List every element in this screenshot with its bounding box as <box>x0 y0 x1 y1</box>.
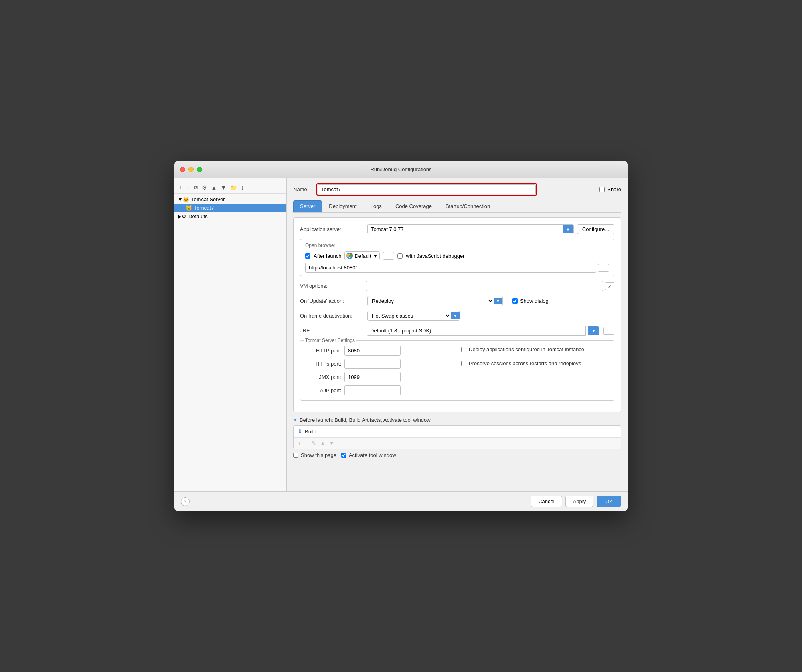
activate-tool-window-checkbox[interactable] <box>341 453 346 458</box>
app-server-row: Application server: ▼ Configure... <box>300 224 614 234</box>
deploy-tomcat-label: Deploy applications configured in Tomcat… <box>469 346 584 352</box>
before-launch-remove-btn[interactable]: − <box>303 439 310 447</box>
before-launch-down-btn[interactable]: ▼ <box>328 439 336 447</box>
defaults-icon: ⚙ <box>182 213 186 219</box>
jre-dropdown-btn[interactable]: ▼ <box>588 326 599 335</box>
tomcat7-label: Tomcat7 <box>194 205 214 211</box>
before-launch-up-btn[interactable]: ▲ <box>318 439 327 447</box>
sidebar-item-defaults[interactable]: ▶ ⚙ Defaults <box>174 212 286 221</box>
apply-button[interactable]: Apply <box>565 496 594 507</box>
vm-options-row: VM options: ⤢ <box>300 281 614 291</box>
remove-config-button[interactable]: − <box>185 184 191 192</box>
tomcat-server-group[interactable]: ▼ 🐱 Tomcat Server <box>174 195 286 204</box>
right-panel: Name: Share Server Deployment Logs Code … <box>287 178 628 491</box>
gear-config-button[interactable]: ⚙ <box>200 184 209 192</box>
on-frame-label: On frame deactivation: <box>300 313 364 319</box>
traffic-lights <box>180 167 202 172</box>
tab-server[interactable]: Server <box>293 200 322 212</box>
titlebar: Run/Debug Configurations <box>174 161 628 178</box>
sort-button[interactable]: ↕ <box>239 184 245 192</box>
ajp-port-row: AJP port: <box>305 385 453 395</box>
before-launch-item-label: Build <box>305 429 316 435</box>
cancel-button[interactable]: Cancel <box>531 496 562 507</box>
vm-options-expand-btn[interactable]: ⤢ <box>605 282 614 290</box>
http-port-row: HTTP port: <box>305 346 453 356</box>
after-launch-row: After launch <box>305 251 609 260</box>
show-dialog-checkbox[interactable] <box>512 298 518 304</box>
app-server-arrow[interactable]: ▼ <box>563 225 573 233</box>
jre-ellipsis-btn[interactable]: ... <box>603 327 614 335</box>
on-update-dropdown[interactable]: Redeploy Restart server Update classes a… <box>368 296 494 306</box>
preserve-sessions-checkbox[interactable] <box>461 361 466 366</box>
jre-input[interactable] <box>367 326 586 336</box>
defaults-label: Defaults <box>188 213 208 219</box>
before-launch-title: Before launch: Build, Build Artifacts, A… <box>300 417 431 423</box>
url-input[interactable] <box>305 263 596 273</box>
jmx-port-label: JMX port: <box>305 374 341 380</box>
tab-startup-connection[interactable]: Startup/Connection <box>439 200 497 212</box>
ajp-port-input[interactable] <box>344 385 401 395</box>
https-port-label: HTTPs port: <box>305 361 341 367</box>
tab-code-coverage[interactable]: Code Coverage <box>389 200 439 212</box>
jmx-port-row: JMX port: <box>305 372 453 382</box>
vm-options-input[interactable] <box>366 281 603 291</box>
show-page-label: Show this page <box>301 452 336 458</box>
close-button[interactable] <box>180 167 185 172</box>
run-debug-configurations-window: Run/Debug Configurations + − ⧉ ⚙ ▲ ▼ 📁 ↕… <box>174 161 628 511</box>
tomcat-server-icon: 🐱 <box>183 196 189 202</box>
ports-left: HTTP port: HTTPs port: JMX port: <box>305 346 453 395</box>
https-port-input[interactable] <box>344 359 401 369</box>
jre-label: JRE: <box>300 328 364 334</box>
before-launch-section: ▼ Before launch: Build, Build Artifacts,… <box>293 417 621 449</box>
after-launch-label: After launch <box>314 253 341 259</box>
show-page-checkbox[interactable] <box>293 453 298 458</box>
http-port-input[interactable] <box>344 346 401 356</box>
browser-dropdown-arrow[interactable]: ▼ <box>373 253 378 259</box>
after-launch-checkbox[interactable] <box>305 253 310 259</box>
jre-row: JRE: ▼ ... <box>300 326 614 336</box>
minimize-button[interactable] <box>188 167 194 172</box>
share-checkbox[interactable] <box>599 187 605 192</box>
app-server-field[interactable] <box>368 225 563 234</box>
before-launch-header[interactable]: ▼ Before launch: Build, Build Artifacts,… <box>293 417 621 423</box>
on-frame-row: On frame deactivation: Hot Swap classes … <box>300 311 614 321</box>
add-config-button[interactable]: + <box>178 184 184 192</box>
deploy-tomcat-checkbox[interactable] <box>461 347 466 352</box>
tomcat7-icon: 🐱 <box>186 205 192 211</box>
maximize-button[interactable] <box>197 167 202 172</box>
js-debugger-checkbox[interactable] <box>397 253 403 259</box>
name-input[interactable] <box>318 184 536 194</box>
url-row: ... <box>305 263 609 273</box>
move-up-button[interactable]: ▲ <box>209 184 218 192</box>
vm-options-label: VM options: <box>300 283 364 289</box>
browser-ellipsis-btn[interactable]: ... <box>383 252 394 260</box>
show-dialog-row: Show dialog <box>512 298 549 304</box>
folder-button[interactable]: 📁 <box>229 184 239 192</box>
footer-left: ? <box>181 497 190 506</box>
footer-right: Cancel Apply OK <box>531 496 621 507</box>
tab-logs[interactable]: Logs <box>364 200 389 212</box>
name-input-wrapper <box>316 183 537 196</box>
before-launch-item: ⬇ Build <box>294 426 621 437</box>
move-down-button[interactable]: ▼ <box>219 184 228 192</box>
jmx-port-input[interactable] <box>344 372 401 382</box>
sidebar-toolbar: + − ⧉ ⚙ ▲ ▼ 📁 ↕ <box>174 182 286 194</box>
configure-button[interactable]: Configure... <box>577 224 614 234</box>
sidebar-item-tomcat7[interactable]: 🐱 Tomcat7 <box>174 204 286 212</box>
ok-button[interactable]: OK <box>597 496 621 507</box>
js-debugger-label: with JavaScript debugger <box>406 253 464 259</box>
browser-label: Default <box>354 253 371 259</box>
bottom-options-row: Show this page Activate tool window <box>293 452 621 458</box>
help-button[interactable]: ? <box>181 497 190 506</box>
show-page-option: Show this page <box>293 452 336 458</box>
name-label: Name: <box>293 186 313 192</box>
before-launch-edit-btn[interactable]: ✎ <box>310 439 318 447</box>
copy-config-button[interactable]: ⧉ <box>192 183 199 192</box>
url-ellipsis-btn[interactable]: ... <box>598 264 609 272</box>
dialog-footer: ? Cancel Apply OK <box>174 491 628 511</box>
tab-deployment[interactable]: Deployment <box>322 200 363 212</box>
tomcat-settings-section: Tomcat Server Settings HTTP port: HTTPs … <box>300 340 614 401</box>
on-frame-dropdown[interactable]: Hot Swap classes Do nothing Update class… <box>368 311 451 320</box>
share-label: Share <box>607 186 621 192</box>
before-launch-add-btn[interactable]: + <box>296 439 302 447</box>
